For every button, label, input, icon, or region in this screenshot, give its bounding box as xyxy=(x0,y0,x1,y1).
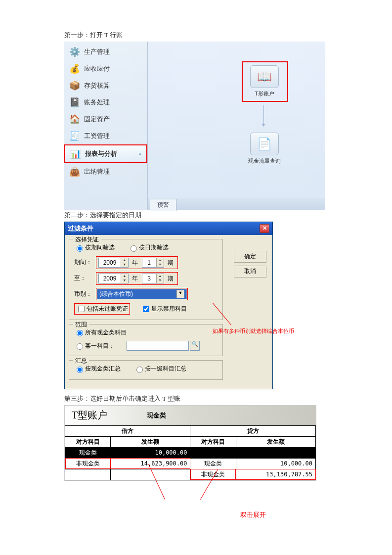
annotation-currency: 如果有多种币别就选择综合本位币 xyxy=(213,328,294,334)
module-icon: 👜 xyxy=(68,165,81,178)
document-icon: 📄 xyxy=(257,137,272,151)
radio-period[interactable]: 按期间筛选 xyxy=(74,243,115,252)
radio-sum-cash[interactable]: 按现金类汇总 xyxy=(74,365,121,373)
step1-panel: ⚙️生产管理💰应收应付📦存货核算📓账务处理🏠固定资产🧾工资管理📊报表与分析»👜出… xyxy=(64,42,325,210)
tab-warning[interactable]: 预警 xyxy=(150,199,176,211)
t-account-sub: 现金类 xyxy=(147,411,166,420)
sidebar-item[interactable]: 📓账务处理 xyxy=(64,94,147,111)
module-icon: 🧾 xyxy=(68,130,81,142)
radio-date[interactable]: 按日期筛选 xyxy=(128,243,169,252)
sidebar-item[interactable]: 📊报表与分析» xyxy=(64,144,147,163)
t-account-table: 借方贷方 对方科目发生额对方科目发生额 现金类10,000.00非现金类14,6… xyxy=(65,425,316,480)
step3-label: 第三步：选好日期后单击确定进入 T 型账 xyxy=(64,394,392,403)
t-account-panel: T型账户 现金类 借方贷方 对方科目发生额对方科目发生额 现金类10,000.0… xyxy=(64,405,316,481)
dialog-title: 过滤条件 xyxy=(68,224,93,233)
sidebar-item[interactable]: 📦存货核算 xyxy=(64,77,147,94)
tile-cashflow[interactable]: 📄 现金流量查询 xyxy=(247,133,282,165)
module-icon: ⚙️ xyxy=(68,46,81,58)
table-row[interactable]: 非现金类13,130,787.55 xyxy=(65,469,316,480)
annotation-expand: 双击展开 xyxy=(114,510,392,519)
year-from[interactable]: 2009▲▼ xyxy=(98,258,129,268)
module-icon: 💰 xyxy=(68,62,81,75)
currency-select[interactable]: (综合本位币)▼ xyxy=(97,289,187,299)
filter-dialog: 过滤条件 ✕ 确定 取消 选择凭证 按期间筛选 按日期筛选 期间： 2009▲▼… xyxy=(64,222,273,389)
module-icon: 📊 xyxy=(69,147,82,160)
step1-label: 第一步：打开 T 行账 xyxy=(64,31,392,40)
flow-arrow xyxy=(263,105,264,126)
t-account-title: T型账户 xyxy=(72,409,107,422)
step2-label: 第二步：选择要指定的日期 xyxy=(64,211,392,220)
module-icon: 📓 xyxy=(68,96,81,109)
radio-all-cash[interactable]: 所有现金类科目 xyxy=(74,328,127,337)
module-icon: 🏠 xyxy=(68,113,81,126)
sidebar-item[interactable]: 💰应收应付 xyxy=(64,60,147,77)
chevron-right-icon: » xyxy=(138,151,141,157)
sidebar-item[interactable]: ⚙️生产管理 xyxy=(64,44,147,60)
year-to[interactable]: 2009▲▼ xyxy=(98,274,129,283)
tile-t-account[interactable]: 📖 T形账户 xyxy=(247,65,282,97)
sidebar: ⚙️生产管理💰应收应付📦存货核算📓账务处理🏠固定资产🧾工资管理📊报表与分析»👜出… xyxy=(64,42,148,210)
month-from[interactable]: 1▲▼ xyxy=(142,258,164,268)
fieldset-summary: 汇总 xyxy=(73,357,89,365)
sidebar-item[interactable]: 👜出纳管理 xyxy=(64,163,147,180)
cb-disabled[interactable]: 显示禁用科目 xyxy=(141,304,187,314)
radio-sum-l1[interactable]: 按一级科目汇总 xyxy=(134,365,186,373)
lookup-button[interactable]: 🔍 xyxy=(190,341,200,351)
close-button[interactable]: ✕ xyxy=(260,224,269,233)
cancel-button[interactable]: 取消 xyxy=(234,266,266,278)
sidebar-item[interactable]: 🏠固定资产 xyxy=(64,111,147,128)
table-row[interactable]: 现金类10,000.00 xyxy=(65,447,316,458)
fieldset-scope: 范围 xyxy=(73,321,89,329)
ok-button[interactable]: 确定 xyxy=(234,251,266,263)
table-row[interactable]: 非现金类14,623,900.00现金类10,000.00 xyxy=(65,458,316,469)
main-area: 📖 T形账户 📄 现金流量查询 预警 xyxy=(148,42,325,210)
account-input[interactable] xyxy=(127,341,189,351)
book-icon: 📖 xyxy=(257,70,272,84)
module-icon: 📦 xyxy=(68,79,81,92)
month-to[interactable]: 3▲▼ xyxy=(142,274,164,283)
cb-unposted[interactable]: 包括未过账凭证 xyxy=(76,304,128,314)
radio-one-account[interactable]: 某一科目： xyxy=(74,342,115,350)
fieldset-voucher: 选择凭证 xyxy=(73,235,101,244)
sidebar-item[interactable]: 🧾工资管理 xyxy=(64,128,147,144)
